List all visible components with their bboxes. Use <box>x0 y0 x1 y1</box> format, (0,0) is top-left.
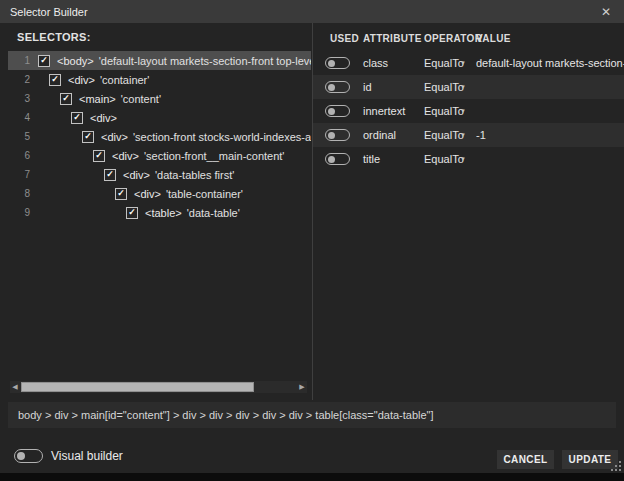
resize-grip-icon[interactable] <box>611 461 621 471</box>
attribute-name: ordinal <box>363 129 396 141</box>
used-toggle[interactable] <box>325 81 350 93</box>
selector-desc: 'table-container' <box>166 188 243 200</box>
selector-path[interactable]: body > div > main[id="content"] > div > … <box>8 402 616 428</box>
operator-select[interactable]: EqualTo <box>424 105 464 117</box>
selector-tree-row[interactable]: 7✓<div>'data-tables first' <box>8 165 311 184</box>
operator-select[interactable]: EqualTo <box>424 57 464 69</box>
row-number: 8 <box>14 188 30 199</box>
selector-tree: 1✓<body>'default-layout markets-section-… <box>8 51 311 375</box>
header-used: USED <box>330 33 359 44</box>
toggle-knob <box>328 84 335 91</box>
selector-checkbox[interactable]: ✓ <box>104 169 116 181</box>
attribute-name: id <box>363 81 372 93</box>
checkmark-icon: ✓ <box>117 189 125 198</box>
visual-builder-label: Visual builder <box>51 449 123 463</box>
chevron-down-icon[interactable]: ▼ <box>460 132 466 138</box>
checkmark-icon: ✓ <box>40 56 48 65</box>
checkmark-icon: ✓ <box>62 94 70 103</box>
row-number: 7 <box>14 169 30 180</box>
header-attribute: ATTRIBUTE <box>363 33 422 44</box>
checkmark-icon: ✓ <box>128 208 136 217</box>
operator-select[interactable]: EqualTo <box>424 129 464 141</box>
selector-desc: 'content' <box>121 93 161 105</box>
row-number: 4 <box>14 112 30 123</box>
row-number: 6 <box>14 150 30 161</box>
row-number: 9 <box>14 207 30 218</box>
selector-tag: <main> <box>79 93 116 105</box>
selector-tree-row[interactable]: 6✓<div>'section-front__main-content' <box>8 146 311 165</box>
toggle-knob <box>328 132 335 139</box>
selector-desc: 'container' <box>100 74 149 86</box>
selector-desc: 'data-tables first' <box>155 169 234 181</box>
update-button[interactable]: UPDATE <box>562 450 618 469</box>
row-number: 2 <box>14 74 30 85</box>
selector-tree-row[interactable]: 1✓<body>'default-layout markets-section-… <box>8 51 311 70</box>
attribute-name: innertext <box>363 105 405 117</box>
used-toggle[interactable] <box>325 105 350 117</box>
attribute-value-field[interactable]: -1 <box>476 129 624 141</box>
selector-desc: 'section-front__main-content' <box>144 150 285 162</box>
visual-builder-toggle[interactable] <box>14 449 43 463</box>
selector-checkbox[interactable]: ✓ <box>38 55 50 67</box>
chevron-down-icon[interactable]: ▼ <box>460 108 466 114</box>
used-toggle[interactable] <box>325 153 350 165</box>
selector-tag: <div> <box>123 169 150 181</box>
operator-select[interactable]: EqualTo <box>424 81 464 93</box>
horizontal-scrollbar[interactable]: ◀ ▶ <box>10 381 307 393</box>
used-toggle[interactable] <box>325 129 350 141</box>
used-toggle[interactable] <box>325 57 350 69</box>
chevron-down-icon[interactable]: ▼ <box>460 60 466 66</box>
selector-tag: <body> <box>57 55 94 67</box>
checkmark-icon: ✓ <box>106 170 114 179</box>
selector-checkbox[interactable]: ✓ <box>71 112 83 124</box>
chevron-down-icon[interactable]: ▼ <box>460 156 466 162</box>
selector-tag: <div> <box>112 150 139 162</box>
row-number: 5 <box>14 131 30 142</box>
selector-checkbox[interactable]: ✓ <box>49 74 61 86</box>
toggle-knob <box>328 108 335 115</box>
selector-tag: <div> <box>90 112 117 124</box>
selector-checkbox[interactable]: ✓ <box>60 93 72 105</box>
selector-checkbox[interactable]: ✓ <box>93 150 105 162</box>
selector-desc: 'section-front stocks-world-indexes-amer… <box>133 131 311 143</box>
attribute-name: title <box>363 153 380 165</box>
header-operator: OPERATOR <box>424 33 482 44</box>
attribute-row: idEqualTo▼ <box>313 75 624 99</box>
selector-tree-row[interactable]: 4✓<div> <box>8 108 311 127</box>
selector-desc: 'data-table' <box>187 207 240 219</box>
selectors-panel-label: SELECTORS: <box>17 31 91 43</box>
chevron-down-icon[interactable]: ▼ <box>460 84 466 90</box>
scrollbar-thumb[interactable] <box>21 382 254 392</box>
selector-tree-row[interactable]: 2✓<div>'container' <box>8 70 311 89</box>
checkmark-icon: ✓ <box>51 75 59 84</box>
toggle-knob <box>328 60 335 67</box>
titlebar: Selector Builder ✕ <box>0 0 624 23</box>
toggle-knob <box>17 452 25 460</box>
row-number: 3 <box>14 93 30 104</box>
selector-tree-row[interactable]: 3✓<main>'content' <box>8 89 311 108</box>
selector-checkbox[interactable]: ✓ <box>82 131 94 143</box>
selector-builder-dialog: Selector Builder ✕ SELECTORS: 1✓<body>'d… <box>0 0 624 473</box>
selector-checkbox[interactable]: ✓ <box>115 188 127 200</box>
selector-tag: <div> <box>68 74 95 86</box>
row-number: 1 <box>14 55 30 66</box>
attribute-row: classEqualTo▼default-layout markets-sect… <box>313 51 624 75</box>
checkmark-icon: ✓ <box>95 151 103 160</box>
selector-tree-row[interactable]: 8✓<div>'table-container' <box>8 184 311 203</box>
selector-desc: 'default-layout markets-section-front to… <box>99 55 311 67</box>
selector-tag: <div> <box>134 188 161 200</box>
header-value: VALUE <box>476 33 511 44</box>
selector-tree-row[interactable]: 5✓<div>'section-front stocks-world-index… <box>8 127 311 146</box>
attribute-row: ordinalEqualTo▼-1 <box>313 123 624 147</box>
attribute-row: titleEqualTo▼ <box>313 147 624 171</box>
attribute-value-field[interactable]: default-layout markets-section-front <box>476 57 624 69</box>
selector-tag: <div> <box>101 131 128 143</box>
cancel-button[interactable]: CANCEL <box>497 450 554 469</box>
scroll-right-icon[interactable]: ▶ <box>297 381 307 393</box>
attribute-table-header: USED ATTRIBUTE OPERATOR VALUE <box>313 33 624 49</box>
selector-tree-row[interactable]: 9✓<table>'data-table' <box>8 203 311 222</box>
close-icon[interactable]: ✕ <box>597 0 615 23</box>
selector-checkbox[interactable]: ✓ <box>126 207 138 219</box>
operator-select[interactable]: EqualTo <box>424 153 464 165</box>
scroll-left-icon[interactable]: ◀ <box>10 381 20 393</box>
